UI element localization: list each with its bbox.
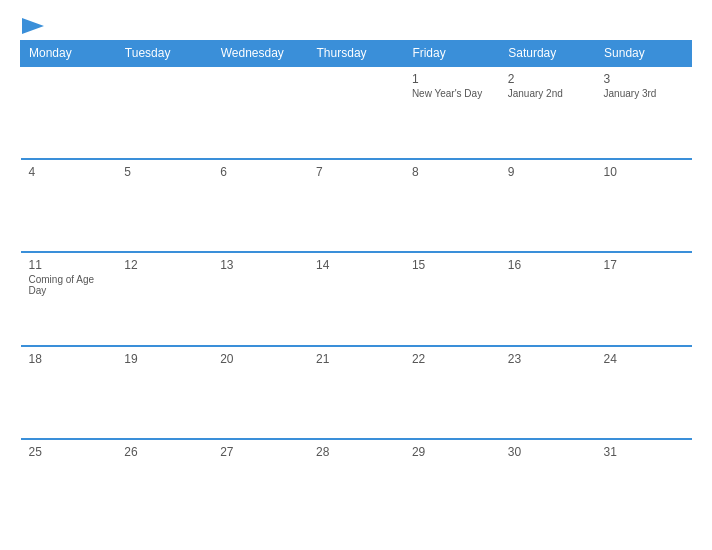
day-number: 7 xyxy=(316,165,396,179)
day-number: 1 xyxy=(412,72,492,86)
holiday-name: January 3rd xyxy=(604,88,684,99)
week-row-2: 11Coming of Age Day121314151617 xyxy=(21,252,692,345)
calendar-cell: 17 xyxy=(596,252,692,345)
day-number: 8 xyxy=(412,165,492,179)
day-number: 18 xyxy=(29,352,109,366)
col-header-saturday: Saturday xyxy=(500,41,596,67)
calendar-table: MondayTuesdayWednesdayThursdayFridaySatu… xyxy=(20,40,692,532)
calendar-cell xyxy=(116,66,212,159)
col-header-wednesday: Wednesday xyxy=(212,41,308,67)
calendar-cell: 19 xyxy=(116,346,212,439)
calendar-cell: 11Coming of Age Day xyxy=(21,252,117,345)
calendar-page: MondayTuesdayWednesdayThursdayFridaySatu… xyxy=(0,0,712,550)
calendar-cell: 24 xyxy=(596,346,692,439)
calendar-cell xyxy=(308,66,404,159)
calendar-cell: 5 xyxy=(116,159,212,252)
col-header-sunday: Sunday xyxy=(596,41,692,67)
calendar-cell: 16 xyxy=(500,252,596,345)
day-number: 17 xyxy=(604,258,684,272)
week-row-4: 25262728293031 xyxy=(21,439,692,532)
calendar-header-row: MondayTuesdayWednesdayThursdayFridaySatu… xyxy=(21,41,692,67)
calendar-cell: 30 xyxy=(500,439,596,532)
day-number: 5 xyxy=(124,165,204,179)
week-row-3: 18192021222324 xyxy=(21,346,692,439)
day-number: 9 xyxy=(508,165,588,179)
col-header-friday: Friday xyxy=(404,41,500,67)
day-number: 30 xyxy=(508,445,588,459)
calendar-cell: 23 xyxy=(500,346,596,439)
calendar-cell: 8 xyxy=(404,159,500,252)
calendar-cell: 28 xyxy=(308,439,404,532)
col-header-tuesday: Tuesday xyxy=(116,41,212,67)
day-number: 31 xyxy=(604,445,684,459)
calendar-cell: 1New Year's Day xyxy=(404,66,500,159)
calendar-cell: 22 xyxy=(404,346,500,439)
day-number: 27 xyxy=(220,445,300,459)
calendar-cell: 21 xyxy=(308,346,404,439)
day-number: 16 xyxy=(508,258,588,272)
holiday-name: January 2nd xyxy=(508,88,588,99)
calendar-cell: 25 xyxy=(21,439,117,532)
day-number: 28 xyxy=(316,445,396,459)
day-number: 12 xyxy=(124,258,204,272)
calendar-cell: 7 xyxy=(308,159,404,252)
calendar-cell: 3January 3rd xyxy=(596,66,692,159)
calendar-cell: 9 xyxy=(500,159,596,252)
calendar-cell: 31 xyxy=(596,439,692,532)
logo xyxy=(20,18,44,34)
day-number: 25 xyxy=(29,445,109,459)
calendar-cell: 15 xyxy=(404,252,500,345)
week-row-1: 45678910 xyxy=(21,159,692,252)
day-number: 11 xyxy=(29,258,109,272)
day-number: 23 xyxy=(508,352,588,366)
day-number: 3 xyxy=(604,72,684,86)
calendar-cell xyxy=(21,66,117,159)
day-number: 19 xyxy=(124,352,204,366)
day-number: 29 xyxy=(412,445,492,459)
calendar-cell: 29 xyxy=(404,439,500,532)
holiday-name: New Year's Day xyxy=(412,88,492,99)
calendar-cell: 12 xyxy=(116,252,212,345)
calendar-cell: 27 xyxy=(212,439,308,532)
day-number: 13 xyxy=(220,258,300,272)
logo-flag-icon xyxy=(22,18,44,34)
calendar-cell: 2January 2nd xyxy=(500,66,596,159)
day-number: 21 xyxy=(316,352,396,366)
day-number: 20 xyxy=(220,352,300,366)
day-number: 22 xyxy=(412,352,492,366)
calendar-cell: 14 xyxy=(308,252,404,345)
day-number: 26 xyxy=(124,445,204,459)
calendar-cell: 26 xyxy=(116,439,212,532)
day-number: 10 xyxy=(604,165,684,179)
calendar-cell: 18 xyxy=(21,346,117,439)
day-number: 15 xyxy=(412,258,492,272)
col-header-monday: Monday xyxy=(21,41,117,67)
day-number: 6 xyxy=(220,165,300,179)
day-number: 24 xyxy=(604,352,684,366)
day-number: 2 xyxy=(508,72,588,86)
calendar-cell xyxy=(212,66,308,159)
svg-marker-0 xyxy=(22,18,44,34)
header xyxy=(20,18,692,34)
holiday-name: Coming of Age Day xyxy=(29,274,109,296)
calendar-cell: 20 xyxy=(212,346,308,439)
calendar-cell: 13 xyxy=(212,252,308,345)
calendar-cell: 6 xyxy=(212,159,308,252)
day-number: 4 xyxy=(29,165,109,179)
week-row-0: 1New Year's Day2January 2nd3January 3rd xyxy=(21,66,692,159)
calendar-cell: 10 xyxy=(596,159,692,252)
col-header-thursday: Thursday xyxy=(308,41,404,67)
day-number: 14 xyxy=(316,258,396,272)
calendar-cell: 4 xyxy=(21,159,117,252)
